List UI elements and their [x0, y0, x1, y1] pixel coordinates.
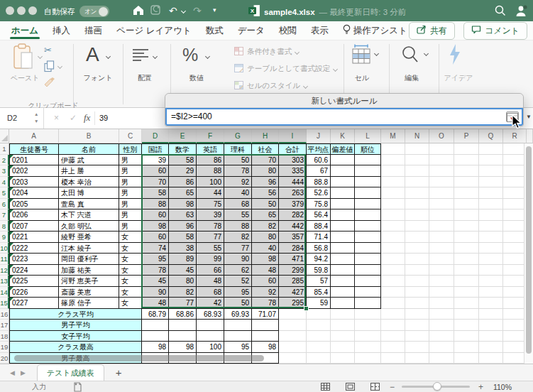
cell-G6[interactable]: 68: [224, 199, 252, 210]
cell-G11[interactable]: 90: [224, 254, 252, 265]
cell-D1[interactable]: 国語: [142, 143, 169, 155]
cell-F5[interactable]: 44: [197, 187, 224, 199]
cell-L15[interactable]: [355, 298, 381, 309]
cell-C7[interactable]: 男: [119, 209, 142, 221]
cell-J4[interactable]: 88.8: [307, 177, 331, 188]
cell-G9[interactable]: 82: [224, 232, 252, 243]
cell-I6[interactable]: 379: [279, 199, 307, 210]
cell-P3[interactable]: [454, 165, 479, 177]
cell-J14[interactable]: 85.4: [307, 287, 331, 298]
page-break-view-icon[interactable]: [370, 383, 380, 391]
cell-N7[interactable]: [405, 209, 429, 221]
cell-E7[interactable]: 63: [169, 209, 197, 221]
cell-O7[interactable]: [429, 209, 454, 221]
cell-K10[interactable]: [331, 243, 355, 254]
column-header-C[interactable]: C: [119, 129, 142, 143]
cell-J18[interactable]: [307, 331, 331, 342]
cell-B15[interactable]: 篠原 信子: [59, 298, 119, 309]
row-header-19[interactable]: 19: [0, 342, 9, 353]
cell-D3[interactable]: 60: [142, 165, 169, 177]
cell-L4[interactable]: [355, 177, 381, 188]
cell-F12[interactable]: 66: [197, 265, 224, 276]
row-header-13[interactable]: 13: [0, 276, 9, 287]
cell-H10[interactable]: 40: [252, 243, 279, 254]
cell-I11[interactable]: 471: [279, 254, 307, 265]
cell-G19[interactable]: 95: [224, 342, 252, 353]
cell-L2[interactable]: [355, 155, 381, 166]
cell-M10[interactable]: [381, 243, 405, 254]
cell-N11[interactable]: [405, 254, 429, 265]
cell-E15[interactable]: 77: [169, 298, 197, 309]
alignment-chevron-icon[interactable]: [153, 54, 158, 59]
cell-Q4[interactable]: [479, 177, 503, 188]
cell-D16[interactable]: 68.79: [142, 309, 169, 320]
cell-O5[interactable]: [429, 187, 454, 199]
cell-G7[interactable]: 55: [224, 209, 252, 221]
cell-Q19[interactable]: [479, 342, 503, 353]
cell-Q18[interactable]: [479, 331, 503, 342]
cell-K15[interactable]: [331, 298, 355, 309]
cancel-entry-button[interactable]: ×: [54, 113, 59, 123]
cell-G17[interactable]: [224, 320, 252, 331]
cell-A3[interactable]: 0202: [9, 165, 59, 177]
customize-toolbar-icon[interactable]: ▾: [213, 6, 216, 13]
cell-N14[interactable]: [405, 287, 429, 298]
cell-O8[interactable]: [429, 221, 454, 232]
row-header-6[interactable]: 6: [0, 199, 9, 210]
cell-I7[interactable]: 282: [279, 209, 307, 221]
cell-K16[interactable]: [331, 309, 355, 320]
cell-L17[interactable]: [355, 320, 381, 331]
zoom-window-button[interactable]: [28, 6, 37, 15]
cell-J7[interactable]: 56.4: [307, 209, 331, 221]
cell-Q9[interactable]: [479, 232, 503, 243]
cell-E18[interactable]: [169, 331, 197, 342]
cell-L8[interactable]: [355, 221, 381, 232]
cell-C10[interactable]: 女: [119, 243, 142, 254]
cell-B12[interactable]: 加藤 祐美: [59, 265, 119, 276]
cell-F2[interactable]: 86: [197, 155, 224, 166]
cell-C13[interactable]: 女: [119, 276, 142, 287]
search-icon[interactable]: [495, 5, 506, 19]
cell-I20[interactable]: [279, 353, 307, 364]
cell-H6[interactable]: 50: [252, 199, 279, 210]
cell-D19[interactable]: 98: [142, 342, 169, 353]
cell-K6[interactable]: [331, 199, 355, 210]
row-header-11[interactable]: 11: [0, 254, 9, 265]
cell-H14[interactable]: 92: [252, 287, 279, 298]
conditional-formatting-button[interactable]: 条件付き書式: [234, 47, 299, 57]
cell-Q2[interactable]: [479, 155, 503, 166]
cell-C9[interactable]: 女: [119, 232, 142, 243]
cell-H3[interactable]: 80: [252, 165, 279, 177]
row-header-8[interactable]: 8: [0, 221, 9, 232]
cell-H15[interactable]: 78: [252, 298, 279, 309]
cell-C12[interactable]: 女: [119, 265, 142, 276]
cell-I16[interactable]: [279, 309, 307, 320]
cell-J19[interactable]: [307, 342, 331, 353]
cell-H12[interactable]: 48: [252, 265, 279, 276]
row-header-20[interactable]: 20: [0, 353, 9, 364]
font-chevron-icon[interactable]: [106, 54, 111, 59]
cell-F14[interactable]: 68: [197, 287, 224, 298]
cell-H16[interactable]: 71.07: [252, 309, 279, 320]
cell-D6[interactable]: 88: [142, 199, 169, 210]
ribbon-tab-表示[interactable]: 表示: [309, 21, 330, 40]
column-header-N[interactable]: N: [405, 129, 429, 143]
cell-B11[interactable]: 岡田 優利子: [59, 254, 119, 265]
cell-N1[interactable]: [405, 143, 429, 155]
cell-H13[interactable]: 60: [252, 276, 279, 287]
cell-Q14[interactable]: [479, 287, 503, 298]
cell-H19[interactable]: 98: [252, 342, 279, 353]
cell-M20[interactable]: [381, 353, 405, 364]
cell-B13[interactable]: 河野 恵美子: [59, 276, 119, 287]
comments-button[interactable]: コメント: [463, 22, 527, 40]
ribbon-tab-データ[interactable]: データ: [236, 21, 266, 40]
row-header-7[interactable]: 7: [0, 209, 9, 221]
cell-K17[interactable]: [331, 320, 355, 331]
cell-B1[interactable]: 名前: [59, 143, 119, 155]
cell-O1[interactable]: [429, 143, 454, 155]
cell-I9[interactable]: 357: [279, 232, 307, 243]
ribbon-tab-ページ レイアウト[interactable]: ページ レイアウト: [115, 21, 193, 40]
cell-M2[interactable]: [381, 155, 405, 166]
cell-M5[interactable]: [381, 187, 405, 199]
cell-P12[interactable]: [454, 265, 479, 276]
